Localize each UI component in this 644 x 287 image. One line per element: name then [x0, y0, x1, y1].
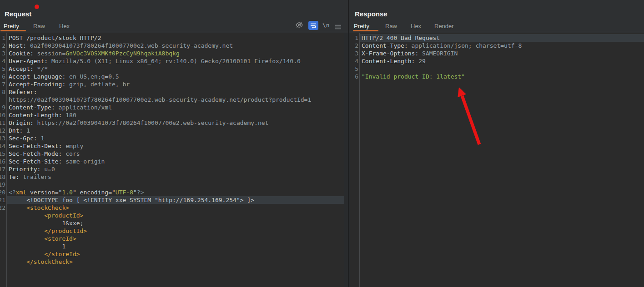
code-row: 16Sec-Fetch-Site: same-origin — [7, 158, 344, 165]
line-number: 18 — [0, 173, 5, 181]
response-title: Response — [355, 10, 387, 18]
line-number: 3 — [355, 49, 358, 57]
code-row: 21 <!DOCTYPE foo [ <!ENTITY xxe SYSTEM "… — [7, 196, 344, 204]
word-wrap-icon[interactable] — [308, 21, 318, 30]
code-row: 3X-Frame-Options: SAMEORIGIN — [360, 49, 644, 57]
code-row: <storeId> — [7, 235, 344, 242]
code-row: </productId> — [7, 227, 344, 235]
code-row: 17Priority: u=0 — [7, 165, 344, 173]
line-number: 3 — [2, 49, 5, 57]
line-number: 19 — [0, 181, 5, 188]
line-number: 22 — [0, 204, 5, 212]
line-number: 5 — [2, 65, 5, 73]
line-number: 4 — [355, 57, 358, 65]
response-panel: Response Pretty Raw Hex Render 1HTTP/2 4… — [350, 0, 644, 287]
newline-icon[interactable]: \n — [322, 22, 330, 29]
response-code: 1HTTP/2 400 Bad Request2Content-Type: ap… — [360, 34, 644, 80]
code-row: 18Te: trailers — [7, 173, 344, 181]
code-row: 15Sec-Fetch-Mode: cors — [7, 150, 344, 158]
line-number: 14 — [0, 142, 5, 150]
code-row: 5 — [360, 65, 644, 73]
line-number: 2 — [2, 42, 5, 49]
code-row: 2Host: 0a2f0039041073f780264f10007700e2.… — [7, 42, 344, 49]
line-number: 6 — [355, 73, 358, 80]
response-tab-raw[interactable]: Raw — [385, 23, 397, 30]
code-row: 22 <stockCheck> — [7, 204, 344, 212]
code-row: 1HTTP/2 400 Bad Request — [360, 34, 644, 42]
tabs-separator — [0, 32, 644, 32]
code-row: 11Origin: https://0a2f0039041073f780264f… — [7, 119, 344, 127]
line-number: 17 — [0, 165, 5, 173]
code-row: 14Sec-Fetch-Dest: empty — [7, 142, 344, 150]
code-row: 5Accept: */* — [7, 65, 344, 73]
line-number: 1 — [355, 34, 358, 42]
code-row: 3Cookie: session=GnVOc3VOSXMKf0PzcCyN9hq… — [7, 49, 344, 57]
line-number: 20 — [0, 188, 5, 196]
line-number: 13 — [0, 134, 5, 142]
code-row: 1&xxe; — [7, 219, 344, 227]
line-number: 6 — [2, 73, 5, 80]
request-code: 1POST /product/stock HTTP/22Host: 0a2f00… — [7, 34, 344, 266]
line-number: 15 — [0, 150, 5, 158]
response-editor[interactable]: 1HTTP/2 400 Bad Request2Content-Type: ap… — [350, 33, 644, 287]
request-editor[interactable]: 1POST /product/stock HTTP/22Host: 0a2f00… — [0, 33, 344, 287]
menu-icon[interactable] — [335, 23, 341, 31]
line-number: 11 — [0, 119, 5, 127]
red-dot-annotation — [35, 5, 39, 9]
eye-off-icon[interactable] — [295, 21, 303, 30]
code-row: 12Dnt: 1 — [7, 127, 344, 134]
code-row: </storeId> — [7, 250, 344, 258]
code-row: 19 — [7, 181, 344, 188]
active-tab-underline — [0, 30, 26, 31]
code-row: 13Sec-Gpc: 1 — [7, 134, 344, 142]
code-row: 4Content-Length: 29 — [360, 57, 644, 65]
code-row: 1POST /product/stock HTTP/2 — [7, 34, 344, 42]
code-row: 4User-Agent: Mozilla/5.0 (X11; Linux x86… — [7, 57, 344, 65]
request-title: Request — [5, 10, 31, 18]
code-row: 10Content-Length: 180 — [7, 111, 344, 119]
line-number: 8 — [2, 88, 5, 96]
line-number: 5 — [355, 65, 358, 73]
code-row: 2Content-Type: application/json; charset… — [360, 42, 644, 49]
line-number: 16 — [0, 158, 5, 165]
line-number: 1 — [2, 34, 5, 42]
request-editor-toolbar: \n — [293, 20, 344, 32]
code-row: 6Accept-Language: en-US,en;q=0.5 — [7, 73, 344, 80]
panel-divider[interactable] — [348, 0, 349, 287]
code-row: 7Accept-Encoding: gzip, deflate, br — [7, 80, 344, 88]
request-tab-raw[interactable]: Raw — [33, 23, 45, 30]
line-number: 10 — [0, 111, 5, 119]
code-row: </stockCheck> — [7, 258, 344, 266]
line-number: 7 — [2, 80, 5, 88]
active-tab-underline — [353, 30, 378, 31]
request-panel: Request Pretty Raw Hex \n — [0, 0, 344, 287]
line-number: 2 — [355, 42, 358, 49]
code-row: 1 — [7, 242, 344, 250]
response-tab-render[interactable]: Render — [434, 23, 454, 30]
panel-gap — [344, 33, 350, 287]
line-number: 12 — [0, 127, 5, 134]
response-tab-hex[interactable]: Hex — [411, 23, 421, 30]
code-row: <productId> — [7, 212, 344, 219]
request-tab-hex[interactable]: Hex — [59, 23, 70, 30]
line-number: 21 — [0, 196, 5, 204]
code-row: 6"Invalid product ID: 1latest" — [360, 73, 644, 80]
request-tab-pretty[interactable]: Pretty — [4, 23, 19, 30]
code-row: 20<?xml version="1.0" encoding="UTF-8"?> — [7, 188, 344, 196]
line-number: 4 — [2, 57, 5, 65]
code-row: 9Content-Type: application/xml — [7, 104, 344, 111]
code-row: https://0a2f0039041073f780264f10007700e2… — [7, 96, 344, 104]
response-tab-pretty[interactable]: Pretty — [354, 23, 369, 30]
line-number: 9 — [2, 104, 5, 111]
code-row: 8Referer: — [7, 88, 344, 96]
